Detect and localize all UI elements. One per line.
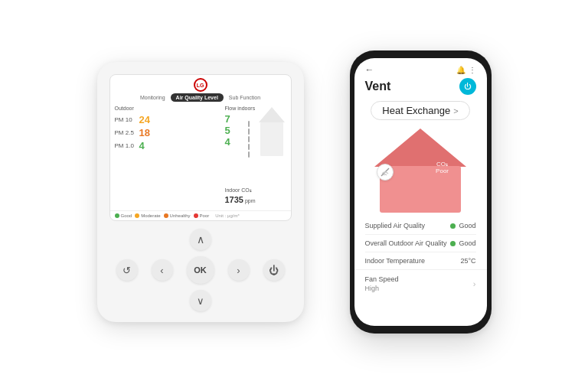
- lg-tabs: Monitoring Air Quality Level Sub Functio…: [110, 93, 291, 104]
- no-wifi-icon: [381, 168, 390, 177]
- fan-speed-title: Fan Speed: [365, 275, 399, 283]
- outdoor-air-status: Good: [450, 239, 475, 247]
- indoor-temp-value: 25°C: [460, 257, 475, 265]
- ctrl-down-row: ∨: [190, 290, 211, 311]
- outdoor-label: Outdoor: [115, 106, 134, 111]
- tab-sub-function[interactable]: Sub Function: [224, 93, 266, 102]
- co2-text: CO₂: [436, 161, 449, 168]
- pm25-value: 18: [139, 127, 150, 138]
- moderate-dot: [135, 213, 139, 218]
- pm10b-label: PM 1.0: [115, 142, 136, 149]
- pm-row-10: PM 10 24: [115, 114, 220, 125]
- outdoor-air-dot: [450, 241, 456, 246]
- up-button[interactable]: ∧: [190, 229, 211, 250]
- scene: LG Monitoring Air Quality Level Sub Func…: [0, 0, 588, 384]
- legend-moderate: Moderate: [135, 213, 160, 218]
- pm10-value: 24: [139, 114, 150, 125]
- back-icon[interactable]: ←: [365, 64, 374, 75]
- heat-exchange-row: Heat Exchange >: [354, 98, 487, 125]
- supplied-air-row: Supplied Air Quality Good: [365, 217, 476, 235]
- phone-top-icons: 🔔 ⋮: [456, 66, 476, 74]
- tab-air-quality[interactable]: Air Quality Level: [171, 93, 224, 102]
- phone-power-button[interactable]: ⏻: [459, 78, 476, 95]
- co2-label: Indoor CO₂: [225, 187, 256, 194]
- left-button[interactable]: ‹: [152, 259, 173, 281]
- legend-unhealthy-label: Unhealthy: [170, 213, 191, 218]
- house-icon: [257, 106, 286, 159]
- co2-unit: ppm: [245, 198, 256, 203]
- fan-speed-value: High: [365, 285, 399, 292]
- supplied-air-status: Good: [450, 222, 475, 229]
- lg-logo: LG: [194, 78, 207, 92]
- pm25-label: PM 2.5: [115, 129, 136, 136]
- lg-logo-bar: LG: [110, 75, 291, 93]
- flow-val-2: 5: [225, 125, 230, 136]
- legend-poor: Poor: [194, 213, 210, 218]
- co2-value: 1735: [225, 195, 243, 204]
- lg-screen: LG Monitoring Air Quality Level Sub Func…: [109, 74, 292, 221]
- legend-good-label: Good: [121, 213, 132, 218]
- svg-marker-2: [374, 129, 466, 167]
- pm-row-10b: PM 1.0 4: [115, 140, 220, 151]
- house-illustration: CO₂ Poor: [354, 125, 487, 217]
- back-button[interactable]: ↺: [116, 259, 138, 281]
- no-wifi-badge: [377, 164, 394, 181]
- flow-exchanger-icon: [242, 118, 256, 160]
- outdoor-air-value: Good: [459, 239, 475, 247]
- supplied-air-value: Good: [459, 222, 475, 229]
- legend-moderate-label: Moderate: [141, 213, 160, 218]
- lg-header-row: Outdoor: [115, 106, 220, 111]
- phone-screen: ← 🔔 ⋮ Vent ⏻ Heat Exchange >: [354, 58, 487, 326]
- indoor-temp-row: Indoor Temperature 25°C: [365, 252, 476, 269]
- tab-monitoring[interactable]: Monitoring: [135, 93, 171, 102]
- outdoor-air-label: Overall Outdoor Air Quality: [365, 239, 447, 247]
- unhealthy-dot: [164, 213, 168, 218]
- ok-button[interactable]: OK: [187, 256, 214, 284]
- legend-unhealthy: Unhealthy: [164, 213, 191, 218]
- outdoor-air-row: Overall Outdoor Air Quality Good: [365, 235, 476, 252]
- pm-row-25: PM 2.5 18: [115, 127, 220, 138]
- svg-marker-0: [259, 107, 285, 122]
- phone-status-bar: ← 🔔 ⋮: [354, 58, 487, 76]
- svg-rect-1: [260, 122, 283, 156]
- heat-chevron-icon: >: [453, 106, 458, 116]
- house-svg-wrap: CO₂ Poor: [371, 125, 470, 213]
- lg-right-panel: Flow indoors 7 5 4: [225, 106, 286, 207]
- poor-dot: [194, 213, 198, 218]
- fan-speed-row[interactable]: Fan Speed High ›: [354, 269, 487, 298]
- heat-exchange-button[interactable]: Heat Exchange >: [371, 101, 469, 120]
- supplied-air-dot: [450, 223, 456, 229]
- more-icon[interactable]: ⋮: [469, 66, 476, 74]
- pm10-label: PM 10: [115, 116, 136, 123]
- indoor-temp-label: Indoor Temperature: [365, 257, 425, 265]
- indoor-co2: Indoor CO₂ 1735 ppm: [225, 187, 256, 206]
- heat-exchange-label: Heat Exchange: [382, 105, 450, 116]
- legend-good: Good: [115, 213, 132, 218]
- legend-row: Good Moderate Unhealthy Poor Unit : μg/m…: [110, 210, 291, 220]
- phone-header: Vent ⏻: [354, 76, 487, 98]
- down-button[interactable]: ∨: [190, 290, 211, 311]
- lg-left-panel: Outdoor PM 10 24 PM 2.5 18 PM 1.0 4: [115, 106, 220, 207]
- good-dot: [115, 213, 119, 218]
- bell-icon[interactable]: 🔔: [456, 66, 466, 74]
- phone-power-icon: ⏻: [464, 83, 471, 90]
- power-button[interactable]: ⏻: [263, 259, 285, 281]
- ctrl-up-row: ∧: [190, 229, 211, 250]
- lg-logo-circle: LG: [194, 78, 207, 92]
- poor-text: Poor: [436, 168, 449, 174]
- flow-val-1: 7: [225, 113, 230, 125]
- phone-device: ← 🔔 ⋮ Vent ⏻ Heat Exchange >: [350, 50, 492, 334]
- phone-info-rows: Supplied Air Quality Good Overall Outdoo…: [354, 217, 487, 269]
- house-co2-label: CO₂ Poor: [436, 161, 449, 174]
- phone-title: Vent: [365, 80, 391, 93]
- ctrl-middle-row: ↺ ‹ OK › ⏻: [116, 256, 285, 284]
- lg-device: LG Monitoring Air Quality Level Sub Func…: [97, 62, 304, 322]
- lg-controls: ∧ ↺ ‹ OK › ⏻ ∨: [108, 229, 293, 311]
- pm10b-value: 4: [139, 140, 145, 151]
- flow-val-3: 4: [225, 136, 230, 148]
- right-button[interactable]: ›: [228, 259, 250, 281]
- flow-label: Flow indoors: [225, 106, 256, 111]
- legend-poor-label: Poor: [200, 213, 210, 218]
- fan-speed-left: Fan Speed High: [365, 275, 399, 292]
- unit-label: Unit : μg/m³: [215, 213, 239, 218]
